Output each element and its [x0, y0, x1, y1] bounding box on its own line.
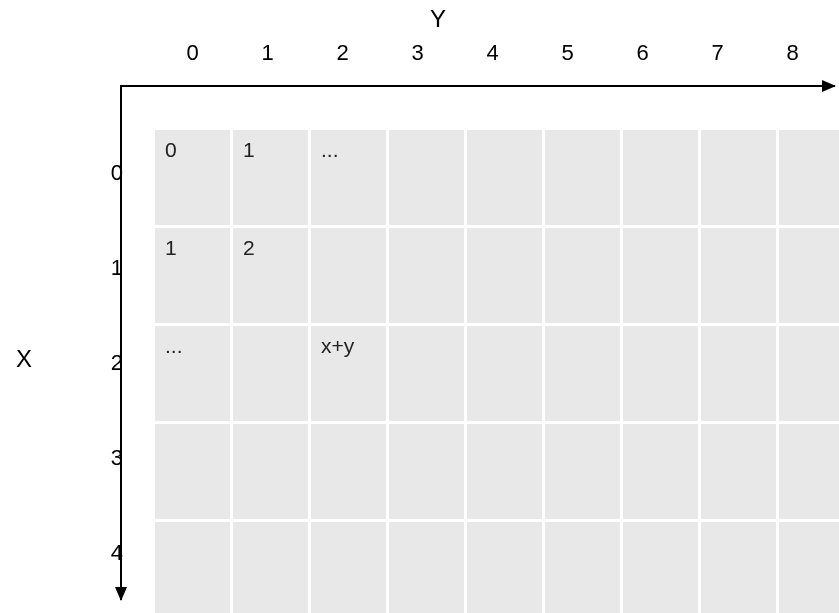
grid-cell: 1 [155, 228, 230, 323]
grid-cell [545, 228, 620, 323]
grid-cell [779, 228, 839, 323]
grid-cell [701, 424, 776, 519]
grid-cell [389, 326, 464, 421]
grid-cell [623, 326, 698, 421]
y-tick: 4 [455, 40, 530, 66]
grid-cell [545, 424, 620, 519]
grid-cell [311, 522, 386, 613]
x-axis-ticks: 0 1 2 3 4 [85, 130, 135, 605]
x-tick: 4 [85, 510, 135, 605]
grid-cell [389, 424, 464, 519]
x-axis-label: X [16, 345, 32, 373]
x-tick: 3 [85, 415, 135, 510]
grid-cell [701, 130, 776, 225]
grid-cell [155, 424, 230, 519]
grid-cell [779, 522, 839, 613]
x-tick: 1 [85, 225, 135, 320]
y-axis-arrow [120, 85, 835, 87]
diagram-container: Y X 0 1 2 3 4 5 6 7 8 0 1 2 3 4 0 1 ... … [0, 0, 839, 613]
y-tick: 8 [755, 40, 830, 66]
grid-cell [623, 130, 698, 225]
grid-cell [623, 228, 698, 323]
grid-cell [467, 522, 542, 613]
y-tick: 3 [380, 40, 455, 66]
grid-cell [467, 424, 542, 519]
y-axis-ticks: 0 1 2 3 4 5 6 7 8 [155, 40, 835, 66]
grid-cell [545, 326, 620, 421]
y-tick: 5 [530, 40, 605, 66]
y-tick: 1 [230, 40, 305, 66]
grid-cell [545, 522, 620, 613]
y-axis-label: Y [430, 5, 446, 33]
grid-cell [467, 326, 542, 421]
grid-cell: ... [155, 326, 230, 421]
grid-cell [701, 522, 776, 613]
grid-cell [233, 326, 308, 421]
y-tick: 2 [305, 40, 380, 66]
grid-cell [233, 522, 308, 613]
x-tick: 0 [85, 130, 135, 225]
grid-cell [779, 326, 839, 421]
grid-cell [389, 228, 464, 323]
grid-cell [233, 424, 308, 519]
grid-cell: 0 [155, 130, 230, 225]
grid-cell [623, 424, 698, 519]
grid-cell [701, 228, 776, 323]
grid-cell [623, 522, 698, 613]
grid-cell [545, 130, 620, 225]
grid-cell [701, 326, 776, 421]
grid-cell [779, 130, 839, 225]
grid-cell [155, 522, 230, 613]
grid-cell [779, 424, 839, 519]
grid-table: 0 1 ... 1 2 ... x+y [155, 130, 839, 613]
x-tick: 2 [85, 320, 135, 415]
grid-cell: ... [311, 130, 386, 225]
grid-cell: 2 [233, 228, 308, 323]
y-tick: 7 [680, 40, 755, 66]
grid-cell [467, 228, 542, 323]
y-tick: 0 [155, 40, 230, 66]
grid-cell [467, 130, 542, 225]
y-tick: 6 [605, 40, 680, 66]
grid-cell [389, 130, 464, 225]
grid-cell [311, 228, 386, 323]
grid-cell: 1 [233, 130, 308, 225]
grid-cell [311, 424, 386, 519]
grid-cell: x+y [311, 326, 386, 421]
grid-cell [389, 522, 464, 613]
